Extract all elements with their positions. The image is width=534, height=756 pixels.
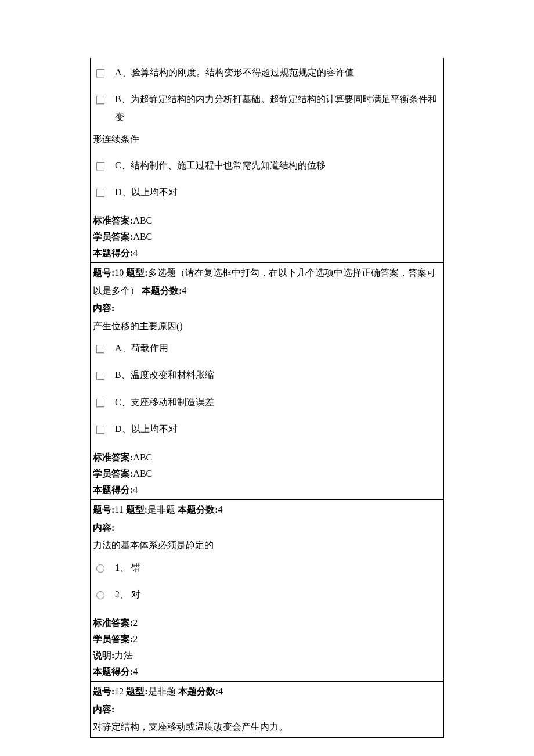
label: 说明: — [93, 650, 114, 660]
value: 4 — [133, 485, 138, 495]
page-container: A、验算结构的刚度。结构变形不得超过规范规定的容许值 B、为超静定结构的内力分析… — [0, 0, 534, 756]
q10-option-c[interactable]: C、支座移动和制造误差 — [92, 389, 442, 416]
option-text: C、结构制作、施工过程中也常需先知道结构的位移 — [115, 157, 442, 174]
standard-answer-row: 标准答案:ABC — [93, 449, 441, 466]
q10-header: 题号:10 题型:多选题（请在复选框中打勾，在以下几个选项中选择正确答案，答案可 — [92, 264, 442, 282]
q11-answers: 标准答案:2 学员答案:2 说明:力法 本题得分:4 — [92, 615, 442, 680]
option-text: A、验算结构的刚度。结构变形不得超过规范规定的容许值 — [115, 64, 442, 81]
num-value: 11 — [114, 505, 123, 514]
value: ABC — [133, 452, 152, 462]
q11-content: 力法的基本体系必须是静定的 — [92, 537, 442, 554]
option-text: D、以上均不对 — [115, 183, 442, 201]
value: ABC — [133, 215, 152, 225]
q9-option-d[interactable]: D、以上均不对 — [92, 179, 442, 206]
type-value-cont: 以是多个） — [93, 286, 139, 296]
num-label: 题号: — [93, 505, 114, 514]
option-text: D、以上均不对 — [115, 420, 442, 438]
type-value: 是非题 — [148, 686, 176, 696]
num-value: 10 — [114, 268, 124, 278]
option-text: 1、 错 — [115, 559, 442, 577]
checkbox-icon[interactable] — [96, 426, 104, 434]
points-label: 本题分数: — [176, 686, 218, 696]
checkbox-icon[interactable] — [96, 372, 104, 380]
q11-option-1[interactable]: 1、 错 — [92, 555, 442, 581]
q9-options: A、验算结构的刚度。结构变形不得超过规范规定的容许值 B、为超静定结构的内力分析… — [91, 58, 443, 262]
q9-option-c[interactable]: C、结构制作、施工过程中也常需先知道结构的位移 — [92, 152, 442, 179]
label: 本题得分: — [93, 667, 133, 676]
q11-option-2[interactable]: 2、 对 — [92, 581, 442, 608]
q12-block: 题号:12 题型:是非题 本题分数:4 内容: 对静定结构，支座移动或温度改变会… — [91, 682, 443, 737]
exam-table: A、验算结构的刚度。结构变形不得超过规范规定的容许值 B、为超静定结构的内力分析… — [90, 58, 444, 738]
q10-option-d[interactable]: D、以上均不对 — [92, 416, 442, 442]
student-answer-row: 学员答案:ABC — [93, 229, 441, 245]
score-row: 本题得分:4 — [93, 482, 441, 498]
note-row: 说明:力法 — [93, 647, 441, 664]
option-text-continuation: 形连续条件 — [92, 131, 442, 152]
q10-option-a[interactable]: A、荷载作用 — [92, 335, 442, 362]
content-label: 内容: — [92, 519, 442, 537]
num-label: 题号: — [93, 268, 114, 278]
label: 标准答案: — [93, 452, 133, 462]
content-label: 内容: — [92, 300, 442, 317]
label: 标准答案: — [93, 618, 133, 628]
label: 本题得分: — [93, 248, 133, 258]
checkbox-icon[interactable] — [96, 189, 104, 197]
label: 学员答案: — [93, 469, 133, 478]
type-label: 题型: — [124, 505, 147, 514]
checkbox-icon[interactable] — [96, 162, 104, 170]
type-label: 题型: — [124, 686, 147, 696]
value: ABC — [133, 469, 152, 478]
q10-content: 产生位移的主要原因() — [92, 318, 442, 335]
radio-icon[interactable] — [96, 564, 104, 573]
label: 学员答案: — [93, 232, 133, 242]
value: 4 — [133, 667, 138, 676]
q11-block: 题号:11 题型:是非题 本题分数:4 内容: 力法的基本体系必须是静定的 1、… — [91, 500, 443, 681]
q11-header: 题号:11 题型:是非题 本题分数:4 — [92, 501, 442, 519]
points-value: 4 — [182, 286, 186, 296]
q12-header: 题号:12 题型:是非题 本题分数:4 — [92, 683, 442, 700]
q9-answers: 标准答案:ABC 学员答案:ABC 本题得分:4 — [92, 213, 442, 261]
value: 力法 — [114, 650, 133, 660]
num-value: 12 — [114, 686, 124, 696]
q12-content: 对静定结构，支座移动或温度改变会产生内力。 — [92, 718, 442, 736]
q10-option-b[interactable]: B、温度改变和材料胀缩 — [92, 362, 442, 388]
student-answer-row: 学员答案:ABC — [93, 466, 441, 482]
q10-answers: 标准答案:ABC 学员答案:ABC 本题得分:4 — [92, 449, 442, 498]
score-row: 本题得分:4 — [93, 664, 441, 680]
points-value: 4 — [218, 686, 223, 696]
option-text: C、支座移动和制造误差 — [115, 394, 442, 411]
student-answer-row: 学员答案:2 — [93, 631, 441, 647]
option-text: A、荷载作用 — [115, 340, 442, 357]
type-value: 多选题（请在复选框中打勾，在以下几个选项中选择正确答案，答案可 — [148, 268, 436, 278]
radio-icon[interactable] — [96, 591, 104, 599]
content-label: 内容: — [92, 701, 442, 718]
q9-option-a[interactable]: A、验算结构的刚度。结构变形不得超过规范规定的容许值 — [92, 59, 442, 86]
label: 学员答案: — [93, 634, 133, 644]
checkbox-icon[interactable] — [96, 399, 104, 407]
value: ABC — [133, 232, 152, 242]
checkbox-icon[interactable] — [96, 345, 104, 353]
label: 标准答案: — [93, 215, 133, 225]
type-value: 是非题 — [147, 505, 175, 514]
checkbox-icon[interactable] — [96, 96, 104, 104]
q9-option-b[interactable]: B、为超静定结构的内力分析打基础。超静定结构的计算要同时满足平衡条件和变 — [92, 86, 442, 131]
value: 4 — [133, 248, 138, 258]
standard-answer-row: 标准答案:2 — [93, 615, 441, 631]
option-text: 2、 对 — [115, 586, 442, 603]
value: 2 — [133, 618, 138, 628]
type-label: 题型: — [124, 268, 147, 278]
points-value: 4 — [218, 505, 222, 514]
label: 本题得分: — [93, 485, 133, 495]
points-label: 本题分数: — [139, 286, 182, 296]
option-text: B、为超静定结构的内力分析打基础。超静定结构的计算要同时满足平衡条件和变 — [115, 91, 442, 126]
q10-header-line2: 以是多个） 本题分数:4 — [92, 282, 442, 300]
num-label: 题号: — [93, 686, 114, 696]
checkbox-icon[interactable] — [96, 69, 104, 77]
q10-block: 题号:10 题型:多选题（请在复选框中打勾，在以下几个选项中选择正确答案，答案可… — [91, 263, 443, 499]
option-text: B、温度改变和材料胀缩 — [115, 366, 442, 384]
points-label: 本题分数: — [175, 505, 218, 514]
value: 2 — [133, 634, 138, 644]
score-row: 本题得分:4 — [93, 245, 441, 261]
standard-answer-row: 标准答案:ABC — [93, 213, 441, 229]
